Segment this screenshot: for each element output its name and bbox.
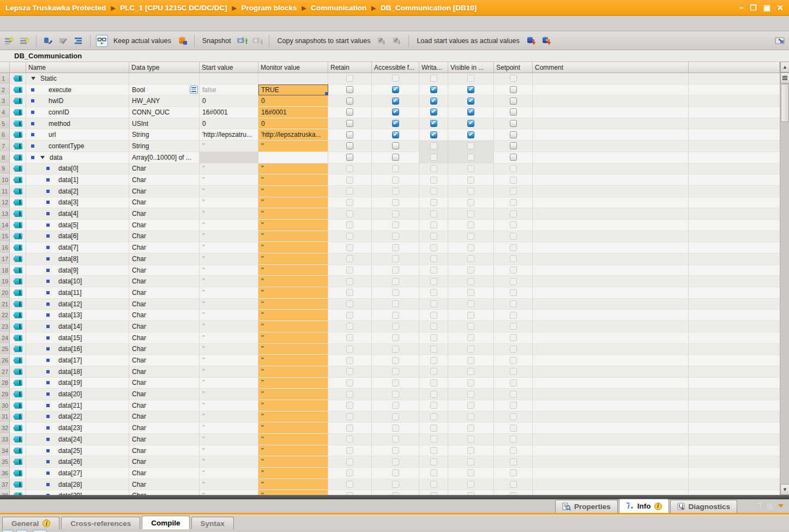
cell-monitor-value[interactable]: 0	[258, 95, 328, 107]
retain-checkbox[interactable]	[346, 98, 353, 105]
cell-monitor-value[interactable]: ''	[258, 355, 328, 366]
tab-general[interactable]: General i	[2, 517, 59, 529]
detach-view-icon[interactable]	[774, 35, 786, 47]
writable-checkbox[interactable]	[430, 108, 437, 116]
cell-name[interactable]: contentType	[26, 141, 129, 152]
cell-monitor-value[interactable]: ''	[258, 456, 328, 468]
visible-checkbox[interactable]	[467, 108, 474, 116]
cell-name[interactable]: data[11]	[26, 287, 129, 299]
cell-start-value[interactable]: ''	[200, 174, 258, 186]
cell-comment[interactable]	[533, 378, 689, 389]
writable-checkbox[interactable]	[430, 120, 437, 127]
cell-name[interactable]: data[3]	[26, 197, 129, 209]
cell-start-value[interactable]: ''	[200, 253, 258, 265]
cell-data-type[interactable]: Char	[129, 310, 200, 321]
cell-comment[interactable]	[533, 355, 689, 366]
snapshot-up-icon[interactable]	[236, 35, 248, 47]
cell-name[interactable]: data[15]	[26, 332, 129, 344]
breadcrumb-item[interactable]: PLC_1 [CPU 1215C DC/DC/DC]	[120, 4, 227, 12]
load-start-values-icon-2[interactable]	[540, 35, 552, 47]
cell-monitor-value[interactable]: ''	[258, 164, 328, 175]
cell-name[interactable]: data[25]	[26, 445, 129, 457]
cell-comment[interactable]	[533, 321, 689, 332]
cell-monitor-value[interactable]: ''	[258, 445, 328, 457]
cell-name[interactable]: data[5]	[26, 220, 129, 231]
setpoint-checkbox[interactable]	[510, 86, 517, 93]
monitor-all-toggle[interactable]	[96, 35, 108, 47]
cell-data-type[interactable]: Array[0..10000] of ...	[129, 152, 200, 164]
cell-comment[interactable]	[533, 174, 689, 186]
cell-monitor-value[interactable]: ''	[258, 389, 328, 400]
setpoint-checkbox[interactable]	[510, 154, 517, 161]
cell-comment[interactable]	[533, 253, 689, 265]
restore-icon[interactable]: ❐	[750, 3, 757, 12]
column-header-writa[interactable]: Writa...	[419, 62, 448, 72]
cell-data-type[interactable]: Char	[129, 299, 200, 310]
data-type-picker-icon[interactable]	[190, 86, 198, 94]
cell-data-type[interactable]: String	[129, 141, 200, 152]
cell-name[interactable]: hwID	[26, 95, 129, 107]
scroll-up-icon[interactable]: ▲	[780, 62, 789, 72]
column-header-accessible-f[interactable]: Accessible f...	[372, 62, 419, 72]
cell-monitor-value[interactable]: ''	[258, 310, 328, 321]
tab-diagnostics[interactable]: Diagnostics	[670, 500, 738, 513]
cell-start-value[interactable]: ''	[200, 445, 258, 457]
cell-data-type[interactable]: Char	[129, 220, 200, 231]
keep-actual-values-icon[interactable]	[177, 35, 189, 47]
load-start-values-button[interactable]: Load start values as actual values	[414, 37, 521, 45]
cell-monitor-value[interactable]: ''	[258, 141, 328, 152]
cell-data-type[interactable]: Char	[129, 400, 200, 412]
cell-data-type[interactable]: Char	[129, 479, 200, 491]
accessible-checkbox[interactable]	[392, 108, 399, 116]
tab-cross-references[interactable]: Cross-references	[61, 517, 140, 529]
cell-comment[interactable]	[533, 220, 689, 231]
cell-monitor-value[interactable]	[258, 152, 328, 164]
cell-start-value[interactable]: ''	[200, 220, 258, 231]
column-header-name[interactable]: Name	[26, 62, 129, 72]
apply-changes-icon[interactable]	[57, 35, 69, 47]
cell-comment[interactable]	[533, 265, 689, 276]
cell-monitor-value[interactable]: 'http://lepszatruska...	[258, 129, 328, 141]
cell-monitor-value[interactable]: ''	[258, 490, 328, 495]
cell-start-value[interactable]: ''	[200, 265, 258, 276]
cell-data-type[interactable]: Char	[129, 164, 200, 175]
load-start-values-icon-1[interactable]	[525, 35, 537, 47]
cell-name[interactable]: data[20]	[26, 389, 129, 400]
column-header-monitor-value[interactable]: Monitor value	[258, 62, 328, 72]
copy-snapshots-icon-1[interactable]	[376, 35, 388, 47]
cell-data-type[interactable]: Char	[129, 434, 200, 445]
cell-monitor-value[interactable]: ''	[258, 479, 328, 491]
cell-start-value[interactable]: ''	[200, 242, 258, 253]
cell-name[interactable]: data[7]	[26, 242, 129, 253]
cell-comment[interactable]	[533, 164, 689, 175]
cell-name[interactable]: data[24]	[26, 434, 129, 445]
cell-data-type[interactable]: Char	[129, 287, 200, 299]
cell-name[interactable]: data[13]	[26, 310, 129, 321]
cell-comment[interactable]	[533, 141, 689, 152]
cell-comment[interactable]	[533, 152, 689, 164]
cell-monitor-value[interactable]: ''	[258, 208, 328, 220]
cell-name[interactable]: data[29]	[26, 490, 129, 495]
cell-comment[interactable]	[533, 129, 689, 141]
cell-data-type[interactable]: HW_ANY	[129, 95, 200, 107]
cell-monitor-value[interactable]: ''	[258, 186, 328, 197]
column-header-visible-in[interactable]: Visible in ...	[448, 62, 494, 72]
cell-start-value[interactable]: ''	[200, 400, 258, 412]
cell-comment[interactable]	[533, 389, 689, 400]
cell-data-type[interactable]: Char	[129, 468, 200, 479]
cell-comment[interactable]	[533, 276, 689, 287]
cell-start-value[interactable]: ''	[200, 344, 258, 355]
pane-splitter[interactable]	[0, 495, 789, 499]
accessible-checkbox[interactable]	[392, 131, 399, 138]
cell-comment[interactable]	[533, 287, 689, 299]
column-header-data-type[interactable]: Data type	[129, 62, 200, 72]
cell-monitor-value[interactable]: ''	[258, 412, 328, 423]
visible-checkbox[interactable]	[467, 98, 474, 105]
cell-monitor-value[interactable]: ''	[258, 242, 328, 253]
cell-comment[interactable]	[533, 468, 689, 479]
cell-name[interactable]: data[12]	[26, 299, 129, 310]
cell-start-value[interactable]: ''	[200, 321, 258, 332]
cell-comment[interactable]	[533, 332, 689, 344]
cell-start-value[interactable]: ''	[200, 456, 258, 468]
accessible-checkbox[interactable]	[392, 142, 399, 149]
